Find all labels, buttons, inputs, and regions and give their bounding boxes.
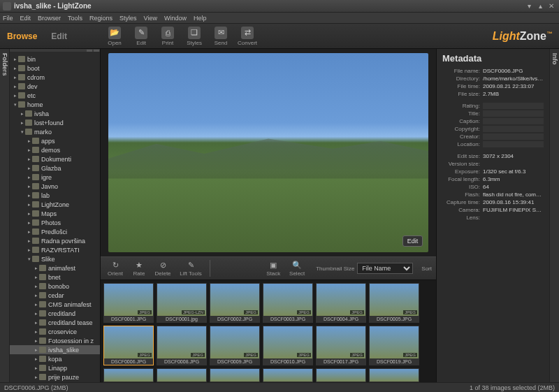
expand-icon[interactable]: ▸: [34, 356, 39, 362]
folder-demos[interactable]: ▸demos: [10, 145, 100, 154]
folder-fotosession-in-z[interactable]: ▸Fotosession in z: [10, 336, 100, 345]
folder-photos[interactable]: ▸Photos: [10, 218, 100, 227]
expand-icon[interactable]: ▸: [27, 229, 32, 235]
thumbnail[interactable]: JPEGDSCF0004.JPG: [316, 283, 366, 323]
expand-icon[interactable]: ▸: [34, 293, 39, 298]
thumbnail[interactable]: JPEGDSCF0017.JPG: [316, 326, 366, 365]
edit-button[interactable]: ✎Edit: [129, 27, 154, 46]
metadata-value-empty[interactable]: [483, 103, 544, 109]
menu-regions[interactable]: Regions: [89, 15, 112, 22]
thumbnail[interactable]: JPEGDSCF0006.JPG: [103, 326, 154, 365]
rate-button[interactable]: ★Rate: [129, 261, 150, 277]
thumbnail[interactable]: JPEGDSCF0010.JPG: [263, 326, 313, 365]
expand-icon[interactable]: ▸: [34, 311, 39, 317]
expand-icon[interactable]: ▸: [27, 166, 32, 171]
folder-prije-pauze[interactable]: ▸prije pauze: [10, 372, 100, 382]
expand-icon[interactable]: ▾: [27, 256, 32, 262]
styles-button[interactable]: ❏Styles: [182, 27, 207, 46]
folder-sermoncro[interactable]: ▸sermoncro: [10, 382, 100, 382]
orient-button[interactable]: ↻Orient: [105, 261, 126, 277]
expand-icon[interactable]: ▸: [27, 138, 32, 144]
maximize-icon[interactable]: ▴: [535, 2, 545, 10]
minimize-icon[interactable]: ▾: [524, 2, 534, 10]
thumbnail[interactable]: [103, 368, 154, 382]
folder-creditland[interactable]: ▸creditland: [10, 309, 100, 318]
folder-creditland-tease[interactable]: ▸creditland tease: [10, 318, 100, 327]
expand-icon[interactable]: ▸: [20, 111, 25, 117]
menu-tools[interactable]: Tools: [68, 15, 82, 22]
thumbnail[interactable]: JPEGDSCF0003.JPG: [263, 283, 313, 323]
lift-tools-button[interactable]: ✎Lift Tools: [176, 261, 205, 277]
folder-home[interactable]: ▾home: [10, 100, 100, 109]
folder-igre[interactable]: ▸igre: [10, 173, 100, 182]
metadata-value-empty[interactable]: [483, 118, 544, 124]
folder-kopa[interactable]: ▸kopa: [10, 354, 100, 363]
folder-glazba[interactable]: ▸Glazba: [10, 164, 100, 173]
expand-icon[interactable]: ▸: [34, 375, 39, 380]
preview-image[interactable]: Edit: [108, 53, 429, 252]
folders-panel-handle[interactable]: Folders: [0, 49, 10, 382]
folder-lab[interactable]: ▸lab: [10, 191, 100, 200]
folder-maps[interactable]: ▸Maps: [10, 209, 100, 218]
thumbnail[interactable]: JPEGDSCF0001.JPG: [103, 283, 154, 323]
mode-edit[interactable]: Edit: [44, 29, 74, 44]
folder-ivsha[interactable]: ▸ivsha: [10, 109, 100, 118]
menu-window[interactable]: Window: [164, 15, 187, 22]
folder-dokumenti[interactable]: ▸Dokumenti: [10, 154, 100, 164]
convert-button[interactable]: ⇄Convert: [235, 27, 260, 46]
expand-icon[interactable]: ▸: [34, 338, 39, 344]
thumbnail[interactable]: [316, 368, 366, 382]
menu-view[interactable]: View: [144, 15, 157, 22]
thumbnail[interactable]: [369, 368, 419, 382]
expand-icon[interactable]: ▸: [27, 147, 32, 153]
folder-lightzone[interactable]: ▸LightZone: [10, 200, 100, 209]
folder-radna-površina[interactable]: ▸Radna površina: [10, 236, 100, 245]
folder-animafest[interactable]: ▸animafest: [10, 263, 100, 273]
menu-edit[interactable]: Edit: [20, 15, 31, 22]
expand-icon[interactable]: ▸: [34, 329, 39, 335]
folder-etc[interactable]: ▸etc: [10, 91, 100, 100]
expand-icon[interactable]: ▸: [27, 193, 32, 198]
metadata-value-empty[interactable]: [483, 141, 544, 147]
menu-browser[interactable]: Browser: [38, 15, 61, 22]
folder-cms-animafest[interactable]: ▸CMS animafest: [10, 300, 100, 309]
sort-select[interactable]: File Name: [357, 263, 413, 274]
expand-icon[interactable]: ▾: [20, 129, 25, 135]
folder-ivsha_slike[interactable]: ▸ivsha_slike: [10, 345, 100, 354]
thumbnail[interactable]: JPEGDSCF0008.JPG: [157, 326, 207, 365]
folder-javno[interactable]: ▸Javno: [10, 182, 100, 191]
folder-croservice[interactable]: ▸croservice: [10, 327, 100, 336]
thumbnail[interactable]: JPEGDSCF0009.JPG: [210, 326, 260, 365]
folder-razvrstati[interactable]: ▸RAZVRSTATI: [10, 245, 100, 254]
expand-icon[interactable]: ▸: [34, 365, 39, 371]
expand-icon[interactable]: ▸: [27, 220, 32, 226]
folder-linapp[interactable]: ▸Linapp: [10, 363, 100, 372]
thumbnail[interactable]: [263, 368, 313, 382]
expand-icon[interactable]: ▸: [27, 184, 32, 189]
folder-bnet[interactable]: ▸bnet: [10, 273, 100, 282]
stack-button[interactable]: ▣Stack: [263, 261, 284, 277]
menu-help[interactable]: Help: [194, 15, 207, 22]
metadata-value-empty[interactable]: [483, 110, 544, 117]
thumbnail[interactable]: JPEGDSCF0002.JPG: [210, 283, 260, 323]
send-button[interactable]: ✉Send: [208, 27, 233, 46]
expand-icon[interactable]: ▸: [27, 157, 32, 162]
info-panel-handle[interactable]: Info: [549, 49, 559, 382]
expand-icon[interactable]: ▸: [34, 320, 39, 326]
expand-icon[interactable]: ▸: [34, 266, 39, 271]
expand-icon[interactable]: ▾: [13, 102, 18, 108]
folder-marko[interactable]: ▾marko: [10, 127, 100, 136]
thumbnail[interactable]: JPEGDSCF0019.JPG: [369, 326, 419, 365]
delete-button[interactable]: ⊘Delete: [152, 261, 173, 277]
expand-icon[interactable]: ▸: [13, 84, 18, 89]
menu-file[interactable]: File: [3, 15, 13, 22]
expand-icon[interactable]: ▸: [27, 211, 32, 217]
expand-icon[interactable]: ▸: [34, 284, 39, 289]
select-button[interactable]: 🔍Select: [286, 261, 307, 277]
expand-icon[interactable]: ▸: [13, 66, 18, 71]
folder-cedar[interactable]: ▸cedar: [10, 291, 100, 300]
expand-icon[interactable]: ▸: [27, 175, 32, 180]
thumbnail[interactable]: JPEGDSCF0005.JPG: [369, 283, 419, 323]
expand-icon[interactable]: ▸: [13, 57, 18, 62]
open-button[interactable]: 📂Open: [102, 27, 127, 46]
